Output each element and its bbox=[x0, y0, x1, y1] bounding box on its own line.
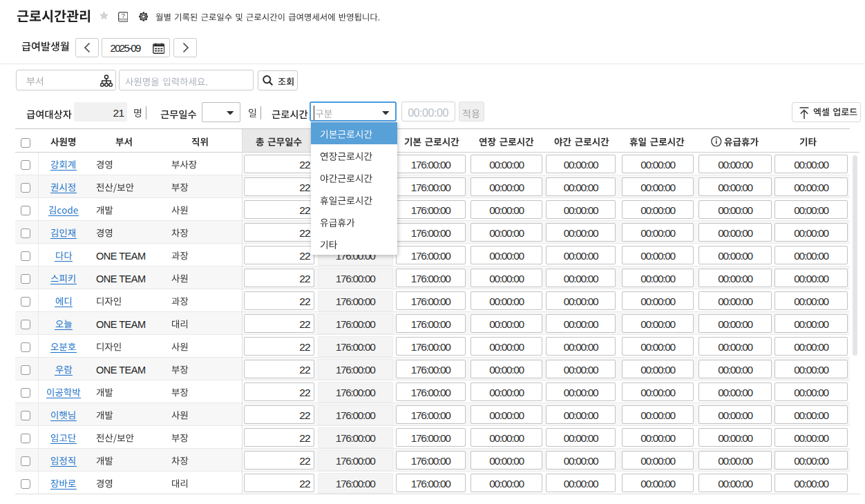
svg-text:?: ? bbox=[121, 12, 124, 19]
